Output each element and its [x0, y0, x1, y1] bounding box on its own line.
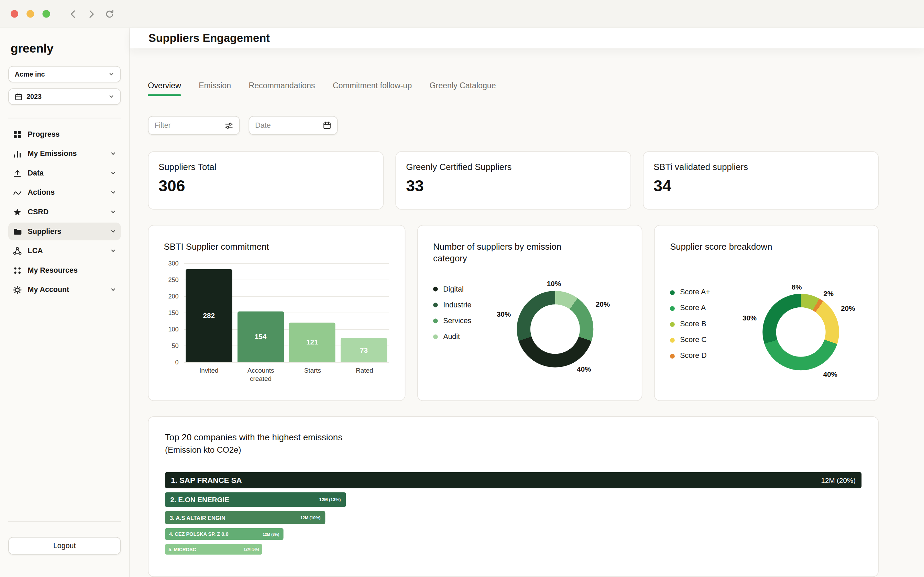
page-title: Suppliers Engagement — [149, 32, 270, 45]
company-bar-cez-polska: 4. CEZ POLSKA SP. Z 0.0 12M (8%) — [165, 528, 283, 540]
chevron-down-icon — [110, 170, 116, 176]
chart-title: Supplier score breakdown — [670, 241, 863, 253]
upload-icon — [13, 169, 22, 177]
tab-recommandations[interactable]: Recommandations — [249, 81, 315, 96]
bar-starts: 121 — [289, 322, 336, 363]
tab-bar: Overview Emission Recommandations Commit… — [148, 81, 879, 96]
page-content: Overview Emission Recommandations Commit… — [129, 48, 924, 577]
donut-ring — [517, 290, 593, 367]
company-select[interactable]: Acme inc — [8, 66, 121, 82]
grid-dots-icon — [13, 266, 22, 275]
sidebar-item-my-resources[interactable]: My Resources — [8, 261, 121, 279]
sidebar-item-label: My Emissions — [28, 150, 77, 158]
pct-label: 20% — [596, 300, 610, 308]
legend-dot — [433, 318, 438, 323]
legend-dot — [670, 338, 675, 343]
sidebar-item-lca[interactable]: LCA — [8, 242, 121, 259]
tab-greenly-catalogue[interactable]: Greenly Catalogue — [430, 81, 496, 96]
stat-card-suppliers-total: Suppliers Total 306 — [148, 152, 384, 210]
date-input[interactable] — [255, 121, 318, 129]
legend-dot — [433, 335, 438, 339]
sidebar-divider — [8, 521, 121, 522]
chart-title: Number of suppliers by emission category — [433, 241, 581, 264]
legend-item: Services — [433, 316, 471, 325]
sidebar-item-label: CSRD — [28, 208, 49, 216]
pct-label: 2% — [823, 290, 834, 298]
date-input-box[interactable] — [249, 116, 338, 135]
pct-label: 40% — [577, 365, 591, 373]
window-chrome — [0, 0, 924, 28]
legend-dot — [433, 287, 438, 292]
tab-emission[interactable]: Emission — [199, 81, 231, 96]
sidebar-nav: Progress My Emissions Data Actions — [8, 125, 121, 300]
stat-value: 34 — [653, 177, 868, 195]
trend-icon — [13, 188, 22, 197]
donut-ring — [762, 294, 839, 371]
suppliers-by-category-card: Number of suppliers by emission category… — [417, 225, 643, 401]
gear-icon — [13, 285, 22, 294]
pct-label: 20% — [841, 305, 855, 313]
pct-label: 30% — [497, 310, 511, 318]
stat-cards: Suppliers Total 306 Greenly Certified Su… — [148, 152, 879, 210]
sidebar-item-label: Actions — [28, 189, 55, 197]
chevron-down-icon — [110, 248, 116, 254]
legend-item: Industrie — [433, 301, 471, 309]
sidebar-item-actions[interactable]: Actions — [8, 184, 121, 201]
pct-label: 40% — [823, 371, 837, 379]
stat-label: Suppliers Total — [158, 162, 373, 172]
sidebar-item-my-emissions[interactable]: My Emissions — [8, 145, 121, 163]
legend-item: Score D — [670, 352, 710, 361]
sidebar-item-csrd[interactable]: CSRD — [8, 203, 121, 221]
main-area: Suppliers Engagement Overview Emission R… — [129, 28, 924, 577]
window-minimize-button[interactable] — [26, 10, 34, 18]
sidebar-item-label: My Account — [28, 285, 69, 294]
top-companies-card: Top 20 companies with the highest emissi… — [148, 416, 879, 577]
chart-cards: SBTI Supplier commitment 300 250 200 150… — [148, 225, 879, 401]
sidebar-item-label: Progress — [28, 130, 60, 139]
sidebar-item-label: My Resources — [28, 266, 78, 274]
sidebar-item-data[interactable]: Data — [8, 164, 121, 182]
filter-input[interactable] — [154, 121, 220, 129]
company-select-value: Acme inc — [15, 71, 45, 78]
sidebar-item-my-account[interactable]: My Account — [8, 281, 121, 298]
star-icon — [13, 208, 22, 216]
supplier-score-card: Supplier score breakdown Score A+ Score … — [654, 225, 879, 401]
sidebar-item-label: Data — [28, 169, 44, 177]
progress-grid-icon — [13, 130, 22, 139]
top-companies-subtitle: (Emission kto CO2e) — [165, 445, 861, 455]
sidebar-item-progress[interactable]: Progress — [8, 125, 121, 143]
stat-label: Greenly Certified Suppliers — [406, 162, 620, 172]
sidebar: greenly Acme inc 2023 Progress My Emissi… — [0, 28, 129, 577]
tab-overview[interactable]: Overview — [148, 81, 181, 96]
refresh-icon[interactable] — [104, 8, 115, 19]
window-close-button[interactable] — [11, 10, 18, 18]
filter-input-box[interactable] — [148, 116, 240, 135]
company-bar-microsc: 5. MICROSC 12M (5%) — [165, 544, 263, 555]
legend-item: Score C — [670, 336, 710, 345]
stat-value: 306 — [158, 177, 373, 195]
donut-chart: 8% 2% 20% 40% 30% — [751, 282, 851, 382]
stat-card-certified-suppliers: Greenly Certified Suppliers 33 — [395, 152, 631, 210]
logout-button[interactable]: Logout — [8, 537, 121, 554]
sbti-commitment-card: SBTI Supplier commitment 300 250 200 150… — [148, 225, 405, 401]
sidebar-item-suppliers[interactable]: Suppliers — [8, 222, 121, 240]
back-icon[interactable] — [68, 8, 78, 19]
forward-icon[interactable] — [86, 8, 97, 19]
x-axis-labels: Invited Accounts created Starts Rated — [184, 367, 389, 383]
company-bar-eon-energie: 2. E.ON ENERGIE 12M (13%) — [165, 492, 346, 507]
bar-accounts-created: 154 — [237, 311, 284, 363]
donut-chart: 10% 20% 40% 30% — [505, 279, 605, 379]
calendar-icon — [15, 93, 23, 100]
chevron-down-icon — [110, 190, 116, 195]
page-header: Suppliers Engagement — [129, 28, 924, 48]
legend-item: Score B — [670, 320, 710, 329]
legend-dot — [670, 306, 675, 311]
year-select[interactable]: 2023 — [8, 88, 121, 105]
legend-item: Digital — [433, 285, 471, 294]
window-zoom-button[interactable] — [42, 10, 50, 18]
chevron-down-icon — [108, 71, 114, 77]
tab-commitment-follow-up[interactable]: Commitment follow-up — [333, 81, 412, 96]
traffic-lights — [11, 10, 50, 18]
legend-dot — [433, 303, 438, 308]
company-bar-as-altair: 3. A.S ALTAIR ENGIN 12M (10%) — [165, 511, 325, 524]
